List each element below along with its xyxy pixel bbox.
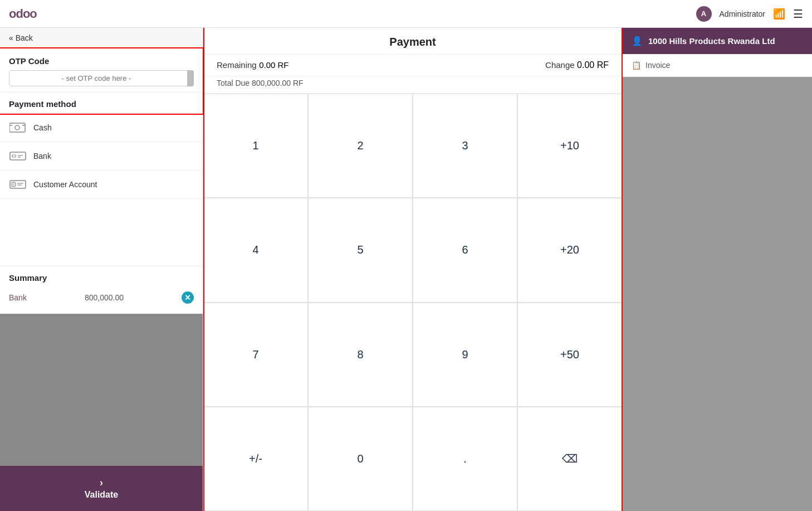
payment-method-cash[interactable]: Cash <box>0 114 203 142</box>
payment-info: Remaining 0.00 RF Change 0.00 RF <box>203 55 622 76</box>
summary-method: Bank <box>9 293 27 302</box>
numpad-2[interactable]: 2 <box>308 94 413 198</box>
total-due-text: Total Due 800,000.00 RF <box>217 79 304 87</box>
summary-row: Bank 800,000.00 ✕ <box>9 288 194 307</box>
svg-rect-0 <box>9 123 25 132</box>
validate-label: Validate <box>85 490 118 499</box>
numpad-6[interactable]: 6 <box>413 198 517 302</box>
otp-section: OTP Code Payment method <box>0 48 203 114</box>
numpad-plusminus[interactable]: +/- <box>203 407 308 511</box>
back-button[interactable]: « Back <box>0 28 203 48</box>
numpad: 1 2 3 +10 4 5 6 +20 7 8 9 +50 +/- 0 . ⌫ <box>203 94 622 511</box>
numpad-7[interactable]: 7 <box>203 303 308 407</box>
payment-method-label: Payment method <box>0 93 203 114</box>
wifi-icon: 📶 <box>773 8 785 20</box>
right-gray-area <box>623 77 812 511</box>
payment-methods-list: Cash Bank <box>0 114 203 266</box>
remove-payment-button[interactable]: ✕ <box>182 291 194 304</box>
summary-label: Summary <box>9 273 194 283</box>
cash-icon <box>9 121 27 134</box>
otp-area: OTP Code <box>0 48 203 93</box>
remaining-section: Remaining 0.00 RF <box>217 60 289 70</box>
customer-person-icon: 👤 <box>632 36 643 46</box>
numpad-plus20[interactable]: +20 <box>517 198 622 302</box>
numpad-backspace[interactable]: ⌫ <box>517 407 622 511</box>
numpad-1[interactable]: 1 <box>203 94 308 198</box>
bank-label: Bank <box>33 152 51 160</box>
topbar-right: A Administrator 📶 ☰ <box>696 6 803 22</box>
menu-icon[interactable]: ☰ <box>793 7 803 21</box>
payment-method-customer-account[interactable]: Customer Account <box>0 171 203 199</box>
remaining-label: Remaining <box>217 60 257 70</box>
backspace-icon: ⌫ <box>562 452 578 465</box>
cash-label: Cash <box>33 123 52 132</box>
invoice-label: Invoice <box>645 61 670 70</box>
otp-scrollbar <box>187 70 194 86</box>
center-panel: Payment Remaining 0.00 RF Change 0.00 RF… <box>203 28 623 511</box>
left-gray-area <box>0 314 203 466</box>
otp-input[interactable] <box>9 70 194 86</box>
payment-title: Payment <box>203 28 622 55</box>
numpad-plus50[interactable]: +50 <box>517 303 622 407</box>
change-label: Change <box>545 60 575 70</box>
customer-account-label: Customer Account <box>33 180 97 189</box>
numpad-dot[interactable]: . <box>413 407 517 511</box>
total-due-row: Total Due 800,000.00 RF <box>203 76 622 94</box>
numpad-5[interactable]: 5 <box>308 198 413 302</box>
invoice-row[interactable]: 📋 Invoice <box>623 54 812 77</box>
numpad-8[interactable]: 8 <box>308 303 413 407</box>
topbar: odoo A Administrator 📶 ☰ <box>0 0 812 28</box>
invoice-doc-icon: 📋 <box>632 61 641 70</box>
validate-button[interactable]: › Validate <box>0 466 203 511</box>
summary-amount: 800,000.00 <box>85 293 124 302</box>
customer-account-icon <box>9 178 27 191</box>
summary-section: Summary Bank 800,000.00 ✕ <box>0 266 203 314</box>
numpad-3[interactable]: 3 <box>413 94 517 198</box>
validate-arrow-icon: › <box>11 477 192 489</box>
otp-input-wrap <box>9 70 194 86</box>
odoo-logo: odoo <box>9 7 37 21</box>
main-container: « Back OTP Code Payment method <box>0 28 812 511</box>
svg-point-1 <box>15 125 19 130</box>
bank-icon <box>9 150 27 162</box>
left-panel: « Back OTP Code Payment method <box>0 28 203 511</box>
username-label: Administrator <box>720 9 765 18</box>
payment-method-bank[interactable]: Bank <box>0 142 203 171</box>
numpad-4[interactable]: 4 <box>203 198 308 302</box>
otp-label: OTP Code <box>9 56 194 66</box>
numpad-9[interactable]: 9 <box>413 303 517 407</box>
remaining-value: 0.00 RF <box>259 60 288 70</box>
customer-name: 1000 Hills Products Rwanda Ltd <box>648 36 775 46</box>
customer-card[interactable]: 👤 1000 Hills Products Rwanda Ltd <box>623 28 812 54</box>
svg-rect-9 <box>12 182 16 187</box>
numpad-0[interactable]: 0 <box>308 407 413 511</box>
customer-card-outline: 👤 1000 Hills Products Rwanda Ltd <box>623 28 812 54</box>
numpad-plus10[interactable]: +10 <box>517 94 622 198</box>
user-avatar: A <box>696 6 712 22</box>
change-section: Change 0.00 RF <box>545 60 609 70</box>
svg-rect-5 <box>12 155 16 157</box>
change-value: 0.00 RF <box>577 60 609 70</box>
right-panel: 👤 1000 Hills Products Rwanda Ltd 📋 Invoi… <box>623 28 812 511</box>
